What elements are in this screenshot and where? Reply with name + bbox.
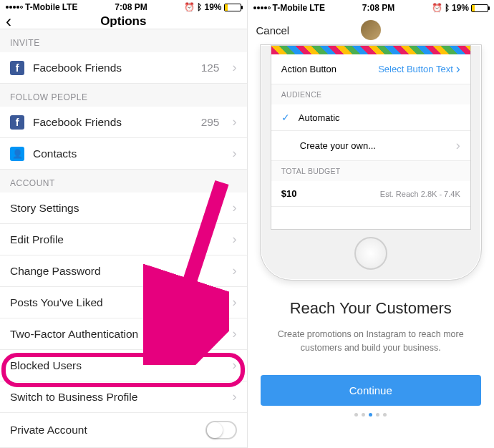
right-screenshot: T-Mobile LTE 7:08 PM ⏰ ᛒ 19% Cancel Acti…: [248, 0, 495, 448]
follow-facebook-row[interactable]: f Facebook Friends 295 ›: [0, 107, 247, 138]
row-label: Create your own...: [300, 140, 376, 151]
account-change-password[interactable]: Change Password›: [0, 255, 247, 287]
signal-dots-icon: [253, 6, 271, 9]
facebook-icon: f: [10, 115, 24, 130]
row-label: Automatic: [299, 112, 340, 123]
action-button-row: Action Button Select Button Text ›: [271, 54, 470, 84]
row-label: Two-Factor Authentication: [10, 328, 138, 341]
invite-facebook-row[interactable]: f Facebook Friends 125 ›: [0, 52, 247, 84]
network-label: LTE: [62, 2, 78, 12]
status-bar: T-Mobile LTE 7:08 PM ⏰ ᛒ 19%: [248, 0, 495, 16]
battery-percent: 19%: [204, 2, 221, 12]
chevron-right-icon: ›: [233, 389, 237, 404]
row-label: Contacts: [33, 147, 77, 160]
audience-automatic-row: ✓ Automatic: [271, 104, 470, 131]
contacts-icon: 👤: [10, 147, 24, 161]
private-toggle[interactable]: [205, 421, 237, 439]
budget-amount: $10: [281, 188, 297, 199]
facebook-icon: f: [10, 61, 24, 75]
chevron-right-icon: ›: [456, 62, 460, 77]
bluetooth-icon: ᛒ: [197, 2, 202, 12]
chevron-right-icon: ›: [233, 232, 237, 247]
nav-header: ‹ Options: [0, 14, 247, 29]
chevron-right-icon: ›: [456, 138, 460, 153]
promo-title: Reach Your Customers: [248, 299, 495, 318]
chevron-right-icon: ›: [233, 295, 237, 310]
account-private-account[interactable]: Private Account: [0, 413, 247, 448]
row-count: 125: [201, 62, 220, 74]
battery-icon: [224, 4, 241, 11]
left-screenshot: T-Mobile LTE 7:08 PM ⏰ ᛒ 19% ‹ Options I…: [0, 0, 248, 448]
battery-icon: [471, 4, 488, 12]
section-header-account: ACCOUNT: [0, 170, 247, 193]
contacts-row[interactable]: 👤 Contacts ›: [0, 138, 247, 170]
account-story-settings[interactable]: Story Settings›: [0, 193, 247, 224]
home-button-icon: [354, 237, 387, 270]
row-label: Facebook Friends: [33, 62, 122, 74]
alarm-icon: ⏰: [432, 3, 442, 13]
row-count: 295: [201, 116, 220, 129]
chevron-right-icon: ›: [233, 326, 237, 341]
alarm-icon: ⏰: [184, 2, 195, 12]
signal-dots-icon: [6, 6, 23, 9]
chevron-right-icon: ›: [233, 358, 237, 373]
bluetooth-icon: ᛒ: [445, 3, 450, 13]
estimated-reach: Est. Reach 2.8K - 7.4K: [380, 190, 460, 198]
section-header-invite: INVITE: [0, 29, 247, 52]
continue-button[interactable]: Continue: [261, 375, 482, 406]
page-title: Options: [100, 14, 146, 29]
cancel-button[interactable]: Cancel: [256, 24, 290, 36]
budget-header: TOTAL BUDGET: [271, 161, 470, 181]
row-label: Facebook Friends: [33, 116, 122, 129]
promo-subtitle: Create promotions on Instagram to reach …: [248, 328, 495, 355]
iphone-screen: Action Button Select Button Text › AUDIE…: [271, 45, 471, 230]
row-label: Edit Profile: [10, 233, 64, 246]
chevron-right-icon: ›: [233, 146, 237, 161]
row-label: Posts You've Liked: [10, 296, 103, 309]
account-two-factor[interactable]: Two-Factor Authentication›: [0, 318, 247, 350]
account-switch-business[interactable]: Switch to Business Profile›: [0, 381, 247, 413]
row-label: Private Account: [10, 424, 87, 437]
modal-header: Cancel: [248, 16, 495, 44]
check-icon: ✓: [281, 112, 290, 123]
banner-strip: [271, 46, 470, 54]
account-blocked-users[interactable]: Blocked Users›: [0, 350, 247, 381]
carrier-label: T-Mobile: [25, 2, 60, 12]
audience-create-own-row: Create your own... ›: [271, 131, 470, 161]
row-label: Change Password: [10, 265, 101, 278]
status-bar: T-Mobile LTE 7:08 PM ⏰ ᛒ 19%: [0, 0, 247, 14]
back-icon[interactable]: ‹: [6, 11, 11, 31]
chevron-right-icon: ›: [233, 60, 237, 75]
account-posts-liked[interactable]: Posts You've Liked›: [0, 287, 247, 318]
profile-avatar-icon: [361, 20, 381, 40]
row-label: Action Button: [281, 64, 336, 74]
row-label: Story Settings: [10, 202, 79, 215]
account-edit-profile[interactable]: Edit Profile›: [0, 224, 247, 255]
row-label: Blocked Users: [10, 359, 82, 372]
iphone-illustration: Action Button Select Button Text › AUDIE…: [260, 44, 482, 281]
section-header-follow: FOLLOW PEOPLE: [0, 84, 247, 107]
audience-header: AUDIENCE: [271, 84, 470, 104]
carrier-label: T-Mobile: [273, 3, 308, 13]
time-label: 7:08 PM: [115, 2, 147, 12]
chevron-right-icon: ›: [233, 115, 237, 130]
budget-row: $10 Est. Reach 2.8K - 7.4K: [271, 181, 470, 207]
network-label: LTE: [309, 3, 325, 13]
row-label: Switch to Business Profile: [10, 391, 137, 404]
time-label: 7:08 PM: [362, 3, 394, 13]
chevron-right-icon: ›: [233, 200, 237, 215]
page-indicator: [248, 413, 495, 417]
select-button-text: Select Button Text: [378, 64, 453, 74]
battery-percent: 19%: [452, 3, 469, 13]
chevron-right-icon: ›: [233, 263, 237, 278]
